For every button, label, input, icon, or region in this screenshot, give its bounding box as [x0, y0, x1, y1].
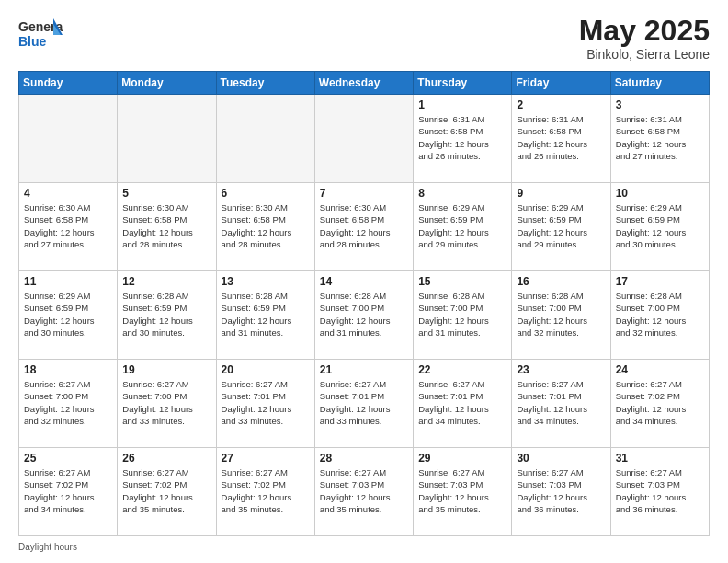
calendar-week-1: 1Sunrise: 6:31 AM Sunset: 6:58 PM Daylig… [19, 95, 710, 183]
day-info: Sunrise: 6:30 AM Sunset: 6:58 PM Dayligh… [320, 201, 408, 250]
day-info: Sunrise: 6:28 AM Sunset: 7:00 PM Dayligh… [616, 290, 704, 339]
calendar-header-friday: Friday [512, 72, 610, 95]
calendar-cell-4: 1Sunrise: 6:31 AM Sunset: 6:58 PM Daylig… [414, 95, 512, 183]
day-info: Sunrise: 6:27 AM Sunset: 7:02 PM Dayligh… [24, 466, 112, 515]
day-info: Sunrise: 6:27 AM Sunset: 7:02 PM Dayligh… [616, 378, 704, 427]
day-number: 25 [24, 452, 112, 465]
calendar-cell-26: 23Sunrise: 6:27 AM Sunset: 7:01 PM Dayli… [512, 360, 610, 448]
day-info: Sunrise: 6:28 AM Sunset: 6:59 PM Dayligh… [122, 290, 210, 339]
calendar-cell-3 [314, 95, 413, 183]
day-info: Sunrise: 6:27 AM Sunset: 7:00 PM Dayligh… [122, 378, 210, 427]
calendar-cell-16: 13Sunrise: 6:28 AM Sunset: 6:59 PM Dayli… [216, 271, 314, 360]
calendar-cell-10: 7Sunrise: 6:30 AM Sunset: 6:58 PM Daylig… [314, 183, 413, 271]
location: Binkolo, Sierra Leone [579, 47, 710, 62]
page: General Blue May 2025 Binkolo, Sierra Le… [0, 0, 728, 563]
day-info: Sunrise: 6:28 AM Sunset: 7:00 PM Dayligh… [418, 290, 506, 339]
calendar-cell-18: 15Sunrise: 6:28 AM Sunset: 7:00 PM Dayli… [414, 271, 512, 360]
day-info: Sunrise: 6:30 AM Sunset: 6:58 PM Dayligh… [222, 201, 310, 250]
day-number: 23 [517, 363, 605, 376]
day-number: 19 [122, 363, 210, 376]
day-number: 18 [24, 363, 112, 376]
day-info: Sunrise: 6:28 AM Sunset: 7:00 PM Dayligh… [517, 290, 605, 339]
day-info: Sunrise: 6:29 AM Sunset: 6:59 PM Dayligh… [418, 201, 506, 250]
calendar-header-row: SundayMondayTuesdayWednesdayThursdayFrid… [19, 72, 710, 95]
calendar-week-4: 18Sunrise: 6:27 AM Sunset: 7:00 PM Dayli… [19, 360, 710, 448]
calendar-cell-30: 27Sunrise: 6:27 AM Sunset: 7:02 PM Dayli… [216, 448, 314, 536]
calendar-week-3: 11Sunrise: 6:29 AM Sunset: 6:59 PM Dayli… [19, 271, 710, 360]
calendar-cell-17: 14Sunrise: 6:28 AM Sunset: 7:00 PM Dayli… [314, 271, 413, 360]
day-info: Sunrise: 6:27 AM Sunset: 7:01 PM Dayligh… [517, 378, 605, 427]
day-info: Sunrise: 6:29 AM Sunset: 6:59 PM Dayligh… [24, 290, 112, 339]
calendar-cell-33: 30Sunrise: 6:27 AM Sunset: 7:03 PM Dayli… [512, 448, 610, 536]
day-number: 7 [320, 187, 408, 200]
calendar-week-2: 4Sunrise: 6:30 AM Sunset: 6:58 PM Daylig… [19, 183, 710, 271]
calendar-header-tuesday: Tuesday [216, 72, 314, 95]
day-number: 30 [517, 452, 605, 465]
day-number: 5 [122, 187, 210, 200]
calendar-cell-32: 29Sunrise: 6:27 AM Sunset: 7:03 PM Dayli… [414, 448, 512, 536]
day-info: Sunrise: 6:27 AM Sunset: 7:01 PM Dayligh… [222, 378, 310, 427]
calendar-cell-20: 17Sunrise: 6:28 AM Sunset: 7:00 PM Dayli… [610, 271, 709, 360]
calendar-cell-21: 18Sunrise: 6:27 AM Sunset: 7:00 PM Dayli… [19, 360, 118, 448]
calendar-header-saturday: Saturday [610, 72, 709, 95]
day-number: 1 [418, 98, 506, 111]
header-right: May 2025 Binkolo, Sierra Leone [579, 15, 710, 62]
day-info: Sunrise: 6:31 AM Sunset: 6:58 PM Dayligh… [616, 113, 704, 162]
day-number: 27 [222, 452, 310, 465]
day-number: 31 [616, 452, 704, 465]
calendar-cell-7: 4Sunrise: 6:30 AM Sunset: 6:58 PM Daylig… [19, 183, 118, 271]
day-info: Sunrise: 6:27 AM Sunset: 7:01 PM Dayligh… [320, 378, 408, 427]
footer: Daylight hours [18, 542, 710, 552]
day-info: Sunrise: 6:31 AM Sunset: 6:58 PM Dayligh… [517, 113, 605, 162]
day-info: Sunrise: 6:28 AM Sunset: 7:00 PM Dayligh… [320, 290, 408, 339]
day-info: Sunrise: 6:28 AM Sunset: 6:59 PM Dayligh… [222, 290, 310, 339]
calendar-cell-11: 8Sunrise: 6:29 AM Sunset: 6:59 PM Daylig… [414, 183, 512, 271]
calendar-header-sunday: Sunday [19, 72, 118, 95]
calendar-cell-28: 25Sunrise: 6:27 AM Sunset: 7:02 PM Dayli… [19, 448, 118, 536]
calendar-cell-5: 2Sunrise: 6:31 AM Sunset: 6:58 PM Daylig… [512, 95, 610, 183]
calendar-cell-1 [118, 95, 216, 183]
calendar-cell-25: 22Sunrise: 6:27 AM Sunset: 7:01 PM Dayli… [414, 360, 512, 448]
day-info: Sunrise: 6:27 AM Sunset: 7:01 PM Dayligh… [418, 378, 506, 427]
day-info: Sunrise: 6:27 AM Sunset: 7:03 PM Dayligh… [616, 466, 704, 515]
day-info: Sunrise: 6:27 AM Sunset: 7:00 PM Dayligh… [24, 378, 112, 427]
calendar-cell-24: 21Sunrise: 6:27 AM Sunset: 7:01 PM Dayli… [314, 360, 413, 448]
month-title: May 2025 [579, 15, 710, 47]
calendar-cell-19: 16Sunrise: 6:28 AM Sunset: 7:00 PM Dayli… [512, 271, 610, 360]
calendar-cell-2 [216, 95, 314, 183]
day-info: Sunrise: 6:29 AM Sunset: 6:59 PM Dayligh… [517, 201, 605, 250]
day-number: 3 [616, 98, 704, 111]
calendar-cell-34: 31Sunrise: 6:27 AM Sunset: 7:03 PM Dayli… [610, 448, 709, 536]
day-number: 10 [616, 187, 704, 200]
day-number: 15 [418, 275, 506, 288]
day-info: Sunrise: 6:27 AM Sunset: 7:03 PM Dayligh… [517, 466, 605, 515]
calendar-cell-8: 5Sunrise: 6:30 AM Sunset: 6:58 PM Daylig… [118, 183, 216, 271]
day-number: 26 [122, 452, 210, 465]
day-number: 14 [320, 275, 408, 288]
day-number: 24 [616, 363, 704, 376]
day-number: 28 [320, 452, 408, 465]
day-info: Sunrise: 6:30 AM Sunset: 6:58 PM Dayligh… [122, 201, 210, 250]
day-number: 13 [222, 275, 310, 288]
day-info: Sunrise: 6:27 AM Sunset: 7:03 PM Dayligh… [418, 466, 506, 515]
day-info: Sunrise: 6:27 AM Sunset: 7:02 PM Dayligh… [122, 466, 210, 515]
day-number: 22 [418, 363, 506, 376]
calendar-cell-29: 26Sunrise: 6:27 AM Sunset: 7:02 PM Dayli… [118, 448, 216, 536]
day-number: 9 [517, 187, 605, 200]
calendar-cell-14: 11Sunrise: 6:29 AM Sunset: 6:59 PM Dayli… [19, 271, 118, 360]
day-info: Sunrise: 6:29 AM Sunset: 6:59 PM Dayligh… [616, 201, 704, 250]
calendar-cell-31: 28Sunrise: 6:27 AM Sunset: 7:03 PM Dayli… [314, 448, 413, 536]
day-info: Sunrise: 6:31 AM Sunset: 6:58 PM Dayligh… [418, 113, 506, 162]
day-number: 12 [122, 275, 210, 288]
calendar-cell-0 [19, 95, 118, 183]
calendar-cell-23: 20Sunrise: 6:27 AM Sunset: 7:01 PM Dayli… [216, 360, 314, 448]
logo-icon: General Blue [18, 15, 63, 52]
logo: General Blue [18, 15, 63, 52]
calendar-cell-15: 12Sunrise: 6:28 AM Sunset: 6:59 PM Dayli… [118, 271, 216, 360]
calendar-cell-22: 19Sunrise: 6:27 AM Sunset: 7:00 PM Dayli… [118, 360, 216, 448]
day-number: 20 [222, 363, 310, 376]
calendar-cell-13: 10Sunrise: 6:29 AM Sunset: 6:59 PM Dayli… [610, 183, 709, 271]
day-number: 11 [24, 275, 112, 288]
calendar-cell-27: 24Sunrise: 6:27 AM Sunset: 7:02 PM Dayli… [610, 360, 709, 448]
day-number: 17 [616, 275, 704, 288]
